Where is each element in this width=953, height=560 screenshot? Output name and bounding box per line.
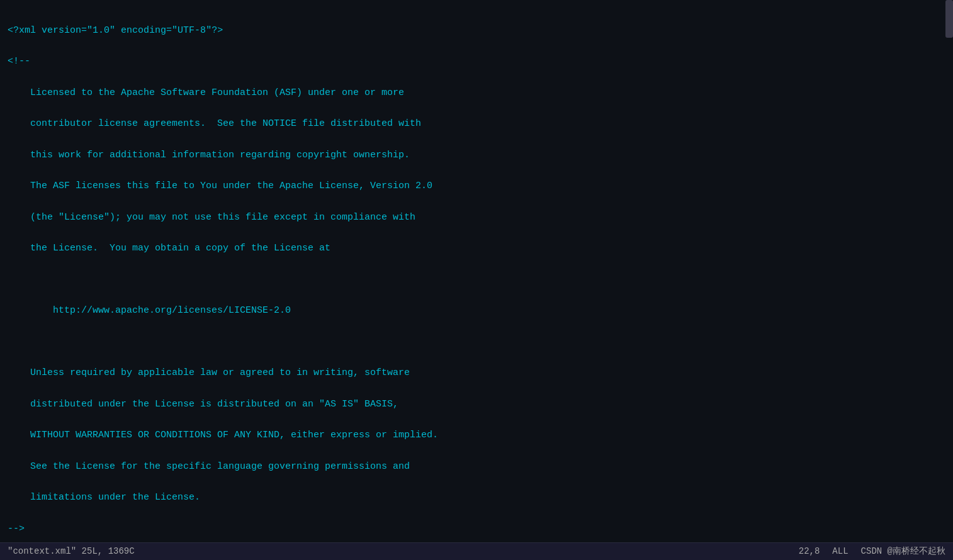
line-9 xyxy=(8,272,945,288)
line-7: (the "License"); you may not use this fi… xyxy=(8,210,945,226)
line-14: WITHOUT WARRANTIES OR CONDITIONS OF ANY … xyxy=(8,428,945,444)
line-13: distributed under the License is distrib… xyxy=(8,397,945,413)
cursor-position: 22,8 xyxy=(799,544,820,558)
file-info: "context.xml" 25L, 1369C xyxy=(8,544,135,558)
status-right: 22,8 ALL CSDN @南桥经不起秋 xyxy=(799,544,945,558)
line-6: The ASF licenses this file to You under … xyxy=(8,179,945,194)
line-2: <!-- xyxy=(8,54,945,70)
encoding-info: ALL xyxy=(832,544,848,558)
scrollbar-thumb[interactable] xyxy=(945,0,953,38)
line-12: Unless required by applicable law or agr… xyxy=(8,366,945,381)
line-8: the License. You may obtain a copy of th… xyxy=(8,241,945,257)
status-bar: "context.xml" 25L, 1369C 22,8 ALL CSDN @… xyxy=(0,542,953,560)
line-3: Licensed to the Apache Software Foundati… xyxy=(8,86,945,101)
line-11 xyxy=(8,335,945,350)
line-5: this work for additional information reg… xyxy=(8,148,945,164)
csdn-watermark: CSDN @南桥经不起秋 xyxy=(861,544,945,558)
line-1: <?xml version="1.0" encoding="UTF-8"?> xyxy=(8,23,945,39)
line-4: contributor license agreements. See the … xyxy=(8,116,945,132)
line-10: http://www.apache.org/licenses/LICENSE-2… xyxy=(8,303,945,319)
code-lines: <?xml version="1.0" encoding="UTF-8"?> <… xyxy=(0,5,953,542)
scrollbar[interactable] xyxy=(945,0,953,542)
line-17: --> xyxy=(8,522,945,537)
code-editor[interactable]: <?xml version="1.0" encoding="UTF-8"?> <… xyxy=(0,0,953,542)
line-16: limitations under the License. xyxy=(8,490,945,506)
line-15: See the License for the specific languag… xyxy=(8,459,945,475)
